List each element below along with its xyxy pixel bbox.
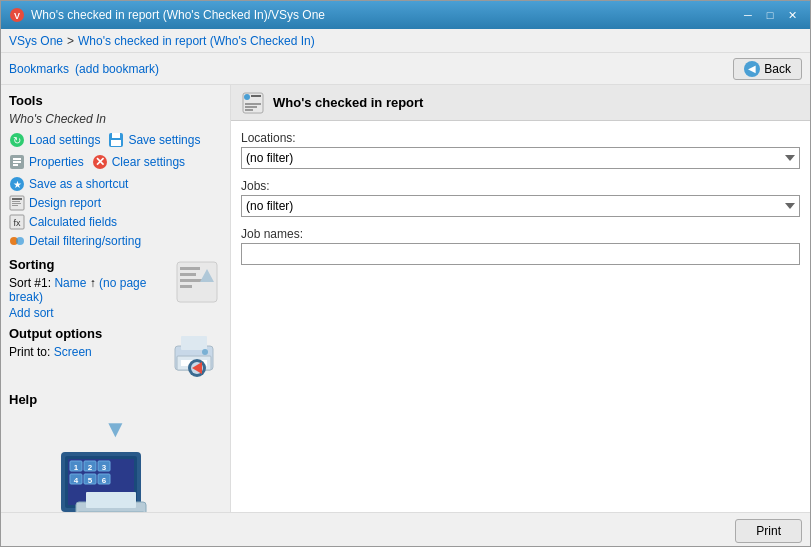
job-names-input[interactable] (241, 243, 800, 265)
svg-text:6: 6 (101, 476, 106, 485)
report-icon (241, 91, 265, 115)
detail-filtering-link[interactable]: Detail filtering/sorting (29, 234, 141, 248)
help-arrow: ▼ (9, 415, 222, 443)
print-to-label: Print to: (9, 345, 50, 359)
properties-item[interactable]: Properties (9, 154, 84, 170)
locations-label: Locations: (241, 131, 800, 145)
svg-rect-65 (245, 109, 253, 111)
add-bookmark-link[interactable]: (add bookmark) (75, 62, 159, 76)
svg-text:5: 5 (87, 476, 92, 485)
print-button[interactable]: Print (735, 519, 802, 543)
clear-settings-item[interactable]: ✕ Clear settings (92, 154, 185, 170)
clear-settings-icon: ✕ (92, 154, 108, 170)
report-title: Who's checked in report (273, 95, 423, 110)
detail-filtering-item[interactable]: Detail filtering/sorting (9, 233, 222, 249)
svg-text:1: 1 (73, 463, 78, 472)
svg-rect-25 (180, 267, 200, 270)
bottom-bar: Print (1, 512, 810, 547)
job-names-label: Job names: (241, 227, 800, 241)
locations-select[interactable]: (no filter) (241, 147, 800, 169)
tools-heading: Tools (9, 93, 222, 108)
svg-rect-18 (12, 203, 21, 204)
svg-rect-17 (12, 201, 20, 202)
svg-text:4: 4 (73, 476, 78, 485)
design-report-link[interactable]: Design report (29, 196, 101, 210)
sort-graphic (172, 257, 222, 310)
window-controls: ─ □ ✕ (738, 6, 802, 24)
save-settings-icon (108, 132, 124, 148)
jobs-group: Jobs: (no filter) (241, 179, 800, 217)
maximize-button[interactable]: □ (760, 6, 780, 24)
sort1-label: Sort #1: (9, 276, 51, 290)
load-settings-icon: ↻ (9, 132, 25, 148)
svg-rect-62 (251, 95, 261, 97)
design-report-item[interactable]: Design report (9, 195, 222, 211)
sidebar: Tools Who's Checked In ↻ Load settings S… (1, 85, 231, 512)
sort1-field-link[interactable]: Name (54, 276, 86, 290)
svg-rect-31 (181, 336, 207, 350)
back-icon: ◀ (744, 61, 760, 77)
svg-point-61 (244, 94, 250, 100)
properties-link[interactable]: Properties (29, 155, 84, 169)
svg-rect-26 (180, 273, 196, 276)
breadcrumb: VSys One > Who's checked in report (Who'… (1, 29, 810, 53)
svg-rect-6 (111, 140, 121, 146)
locations-group: Locations: (no filter) (241, 131, 800, 169)
print-to-value-link[interactable]: Screen (54, 345, 92, 359)
save-settings-link[interactable]: Save settings (128, 133, 200, 147)
sort-item-1: Sort #1: Name ↑ (no page break) (9, 276, 172, 304)
breadcrumb-separator: > (67, 34, 74, 48)
printer-graphic (167, 326, 222, 384)
bookmarks-link[interactable]: Bookmarks (9, 62, 69, 76)
save-shortcut-link[interactable]: Save as a shortcut (29, 177, 128, 191)
main-layout: Tools Who's Checked In ↻ Load settings S… (1, 85, 810, 512)
svg-rect-54 (86, 492, 136, 508)
calculated-fields-item[interactable]: fx Calculated fields (9, 214, 222, 230)
svg-rect-9 (13, 161, 21, 163)
save-shortcut-icon: ★ (9, 176, 25, 192)
job-names-group: Job names: (241, 227, 800, 265)
svg-text:2: 2 (87, 463, 92, 472)
sort1-arrow: ↑ (90, 276, 99, 290)
design-report-icon (9, 195, 25, 211)
svg-point-23 (16, 237, 24, 245)
svg-text:✕: ✕ (95, 155, 105, 169)
svg-rect-5 (112, 133, 120, 138)
svg-rect-63 (245, 103, 261, 105)
breadcrumb-current-link[interactable]: Who's checked in report (Who's Checked I… (78, 34, 315, 48)
svg-rect-8 (13, 158, 21, 160)
output-heading: Output options (9, 326, 102, 341)
report-header: Who's checked in report (231, 85, 810, 121)
clear-settings-link[interactable]: Clear settings (112, 155, 185, 169)
breadcrumb-root-link[interactable]: VSys One (9, 34, 63, 48)
svg-rect-64 (245, 106, 257, 108)
load-settings-link[interactable]: Load settings (29, 133, 100, 147)
close-button[interactable]: ✕ (782, 6, 802, 24)
window-title: Who's checked in report (Who's Checked I… (31, 8, 325, 22)
calculated-fields-link[interactable]: Calculated fields (29, 215, 117, 229)
minimize-button[interactable]: ─ (738, 6, 758, 24)
back-button[interactable]: ◀ Back (733, 58, 802, 80)
jobs-select[interactable]: (no filter) (241, 195, 800, 217)
add-sort-link[interactable]: Add sort (9, 306, 172, 320)
app-icon: V (9, 7, 25, 23)
svg-text:fx: fx (13, 218, 21, 228)
svg-rect-19 (12, 205, 18, 206)
jobs-label: Jobs: (241, 179, 800, 193)
svg-text:↻: ↻ (13, 135, 21, 146)
save-settings-item[interactable]: Save settings (108, 132, 200, 148)
save-shortcut-item[interactable]: ★ Save as a shortcut (9, 176, 222, 192)
help-heading: Help (9, 392, 222, 407)
svg-rect-16 (12, 198, 22, 200)
svg-point-34 (202, 349, 208, 355)
properties-icon (9, 154, 25, 170)
detail-filtering-icon (9, 233, 25, 249)
calculated-fields-icon: fx (9, 214, 25, 230)
load-settings-item[interactable]: ↻ Load settings (9, 132, 100, 148)
svg-rect-28 (180, 285, 192, 288)
svg-rect-10 (13, 164, 18, 166)
svg-text:★: ★ (13, 179, 22, 190)
back-button-label: Back (764, 62, 791, 76)
bookmarks-area: Bookmarks (add bookmark) (9, 62, 159, 76)
title-bar: V Who's checked in report (Who's Checked… (1, 1, 810, 29)
